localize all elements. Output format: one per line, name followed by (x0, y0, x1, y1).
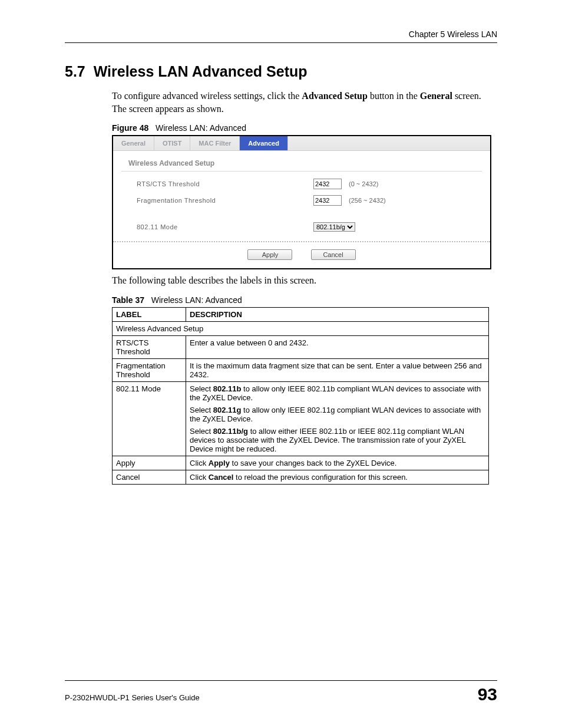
table-header-row: LABEL DESCRIPTION (113, 308, 489, 322)
table-row: 802.11 Mode Select 802.11b to allow only… (113, 382, 489, 456)
tab-mac-filter[interactable]: MAC Filter (190, 136, 240, 150)
table-row: Cancel Click Cancel to reload the previo… (113, 470, 489, 485)
section-number: 5.7 (65, 63, 85, 80)
th-label: LABEL (113, 308, 186, 322)
button-bar: Apply Cancel (113, 241, 490, 268)
tab-general[interactable]: General (113, 136, 154, 150)
row-fragmentation: Fragmentation Threshold (256 ~ 2432) (137, 195, 482, 206)
table-row: Fragmentation Threshold It is the maximu… (113, 359, 489, 382)
mode-label: 802.11 Mode (137, 223, 313, 230)
cancel-button[interactable]: Cancel (311, 249, 356, 260)
panel-title: Wireless Advanced Setup (113, 151, 490, 170)
frag-range: (256 ~ 2432) (349, 197, 386, 204)
row-rts: RTS/CTS Threshold (0 ~ 2432) (137, 179, 482, 189)
table-span-row: Wireless Advanced Setup (113, 322, 489, 336)
page-number: 93 (478, 684, 497, 704)
table-row: Apply Click Apply to save your changes b… (113, 456, 489, 470)
tab-bar: GeneralOTISTMAC FilterAdvanced (113, 136, 490, 151)
tab-otist[interactable]: OTIST (154, 136, 190, 150)
figure-caption: Figure 48 Wireless LAN: Advanced (112, 123, 497, 133)
apply-button[interactable]: Apply (247, 249, 292, 260)
rts-input[interactable] (313, 179, 342, 189)
footer-guide: P-2302HWUDL-P1 Series User's Guide (65, 693, 200, 702)
after-figure-text: The following table describes the labels… (112, 275, 497, 286)
row-mode: 802.11 Mode 802.11b/g (137, 222, 482, 232)
th-description: DESCRIPTION (186, 308, 489, 322)
frag-input[interactable] (313, 195, 342, 206)
chapter-header: Chapter 5 Wireless LAN (65, 29, 497, 43)
rts-label: RTS/CTS Threshold (137, 180, 313, 187)
frag-label: Fragmentation Threshold (137, 197, 313, 204)
section-title: Wireless LAN Advanced Setup (94, 63, 308, 80)
intro-paragraph: To configure advanced wireless settings,… (112, 90, 497, 115)
table-row: RTS/CTS Threshold Enter a value between … (113, 336, 489, 359)
mode-select[interactable]: 802.11b/g (313, 222, 355, 232)
description-table: LABEL DESCRIPTION Wireless Advanced Setu… (112, 307, 489, 485)
rts-range: (0 ~ 2432) (349, 180, 378, 187)
section-heading: 5.7 Wireless LAN Advanced Setup (65, 63, 497, 80)
page-footer: P-2302HWUDL-P1 Series User's Guide 93 (65, 680, 497, 704)
figure-screenshot: GeneralOTISTMAC FilterAdvanced Wireless … (112, 135, 491, 269)
tab-advanced[interactable]: Advanced (240, 136, 288, 150)
table-caption: Table 37 Wireless LAN: Advanced (112, 295, 497, 305)
